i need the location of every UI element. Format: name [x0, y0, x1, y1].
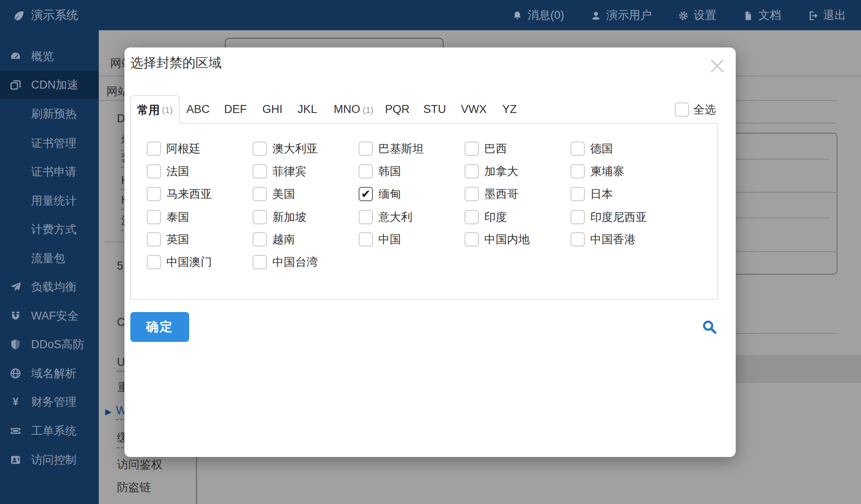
region-checkbox-item[interactable]: 印度: [465, 209, 507, 226]
region-checkbox-item[interactable]: 墨西哥: [465, 186, 518, 202]
sidebar-item-traffic-pack[interactable]: 流量包: [0, 244, 99, 273]
modal-title: 选择封禁的区域: [130, 54, 222, 72]
region-checkbox-item[interactable]: 法国: [147, 163, 189, 180]
tab-stu[interactable]: STU: [423, 95, 446, 123]
sidebar-item-cert-manage[interactable]: 证书管理: [0, 129, 99, 158]
tab-jkl[interactable]: JKL: [298, 95, 317, 123]
region-checkbox-item[interactable]: 中国台湾: [253, 254, 318, 270]
region-checkbox-item[interactable]: 新加坡: [253, 209, 306, 226]
sidebar-item-finance[interactable]: ¥ 财务管理: [0, 388, 99, 416]
tab-yz[interactable]: YZ: [502, 95, 517, 123]
sidebar-item-billing[interactable]: 计费方式: [0, 215, 99, 244]
region-checkbox-item[interactable]: 德国: [570, 140, 613, 157]
brand-name: 演示系统: [31, 7, 78, 23]
region-checkbox-item[interactable]: 中国香港: [570, 231, 636, 248]
id-card-icon: [0, 454, 31, 466]
svg-text:¥: ¥: [13, 396, 18, 407]
sidebar-nav: 概览 CDN加速 刷新预热 证书管理 证书申请 用量统计 计费方式 流量包 负载…: [0, 30, 99, 504]
sidebar-item-refresh-prewarm[interactable]: 刷新预热: [0, 100, 99, 128]
checkbox[interactable]: [675, 102, 689, 117]
settings-label: 设置: [694, 8, 716, 23]
region-checkbox-item[interactable]: 加拿大: [465, 163, 518, 180]
sidebar-item-load-balance[interactable]: 负载均衡: [0, 273, 99, 301]
user-icon: [590, 9, 602, 22]
region-checkbox-item[interactable]: 巴基斯坦: [359, 140, 424, 157]
globe-icon: [0, 367, 31, 380]
tab-def[interactable]: DEF: [224, 95, 247, 123]
region-checkbox-item[interactable]: 美国: [253, 186, 295, 202]
region-checkbox-item-checked[interactable]: 缅甸: [359, 186, 401, 202]
checkbox-checked[interactable]: [359, 187, 373, 201]
region-checkbox-item[interactable]: 韩国: [359, 163, 401, 180]
navbar-menu: 消息(0) 演示用户 设置 文档 退出: [512, 8, 861, 23]
region-checkbox-item[interactable]: 印度尼西亚: [570, 209, 647, 226]
user-label: 演示用户: [606, 8, 652, 23]
bell-icon: [512, 9, 523, 22]
close-icon[interactable]: [704, 52, 731, 79]
region-checkbox-item[interactable]: 中国: [359, 231, 401, 248]
docs-menu-item[interactable]: 文档: [742, 8, 781, 23]
region-checkbox-item[interactable]: 泰国: [147, 209, 189, 226]
sidebar-item-tickets[interactable]: 工单系统: [0, 417, 99, 445]
select-all-label: 全选: [693, 102, 716, 117]
tab-ghi[interactable]: GHI: [262, 95, 283, 123]
region-checkbox-item[interactable]: 意大利: [359, 209, 412, 226]
tab-common[interactable]: 常用(1): [130, 95, 180, 124]
messages-label: 消息(0): [528, 8, 564, 23]
region-checkbox-item[interactable]: 菲律宾: [253, 163, 306, 180]
tab-mno[interactable]: MNO(1): [334, 95, 374, 123]
sidebar-item-access-control[interactable]: 访问控制: [0, 446, 99, 474]
search-icon[interactable]: [700, 317, 719, 336]
sidebar-item-cert-apply[interactable]: 证书申请: [0, 158, 99, 186]
sidebar-item-label: CDN加速: [31, 77, 79, 92]
brand: 演示系统: [0, 7, 78, 23]
region-select-modal: 选择封禁的区域 常用(1) ABC DEF GHI JKL MNO(1) PQR…: [124, 47, 736, 457]
logout-menu-item[interactable]: 退出: [807, 8, 846, 23]
magnet-icon: [0, 310, 31, 322]
document-icon: [742, 9, 754, 22]
tab-count-badge: (1): [363, 105, 374, 115]
leaf-logo-icon: [13, 8, 25, 22]
sidebar-item-dns[interactable]: 域名解析: [0, 359, 99, 388]
sidebar-item-ddos[interactable]: DDoS高防: [0, 330, 99, 359]
tab-vwx[interactable]: VWX: [461, 95, 487, 123]
select-all-checkbox[interactable]: 全选: [675, 102, 716, 117]
gauge-icon: [0, 50, 31, 63]
yen-icon: ¥: [0, 396, 31, 408]
tab-abc[interactable]: ABC: [186, 95, 210, 123]
sidebar-item-usage-stats[interactable]: 用量统计: [0, 186, 99, 215]
sidebar-item-label: 概览: [31, 49, 54, 64]
region-checkbox-item[interactable]: 柬埔寨: [570, 163, 624, 180]
sidebar-item-waf[interactable]: WAF安全: [0, 302, 99, 330]
region-checkbox-item[interactable]: 巴西: [465, 140, 507, 157]
settings-menu-item[interactable]: 设置: [678, 8, 716, 23]
messages-menu-item[interactable]: 消息(0): [512, 8, 564, 23]
tab-pqr[interactable]: PQR: [385, 95, 410, 123]
region-checkbox-item[interactable]: 阿根廷: [147, 140, 201, 157]
tab-count-badge: (1): [162, 105, 173, 115]
region-checkbox-item[interactable]: 中国澳门: [147, 254, 212, 270]
shield-icon: [0, 338, 31, 351]
logout-icon: [807, 9, 819, 22]
paper-plane-icon: [0, 281, 31, 293]
region-checkbox-item[interactable]: 越南: [253, 231, 295, 248]
logout-label: 退出: [823, 8, 846, 23]
clone-icon: [0, 79, 31, 91]
top-navbar: 演示系统 消息(0) 演示用户 设置 文档 退出: [0, 0, 861, 30]
region-checkbox-item[interactable]: 英国: [147, 231, 189, 248]
region-checkbox-item[interactable]: 中国内地: [465, 231, 530, 248]
ticket-icon: [0, 425, 31, 437]
region-checkbox-item[interactable]: 马来西亚: [147, 186, 212, 202]
user-menu-item[interactable]: 演示用户: [590, 8, 652, 23]
region-panel: 阿根廷 澳大利亚 巴基斯坦 巴西 德国 法国 菲律宾 韩国 加拿大 柬埔寨 马来…: [130, 123, 718, 299]
sidebar-item-overview[interactable]: 概览: [0, 42, 99, 71]
region-checkbox-item[interactable]: 日本: [570, 186, 613, 202]
docs-label: 文档: [758, 8, 781, 23]
sidebar-item-cdn[interactable]: CDN加速: [0, 71, 99, 99]
region-checkbox-item[interactable]: 澳大利亚: [253, 140, 318, 157]
gear-icon: [678, 9, 689, 22]
confirm-button[interactable]: 确定: [130, 312, 189, 342]
